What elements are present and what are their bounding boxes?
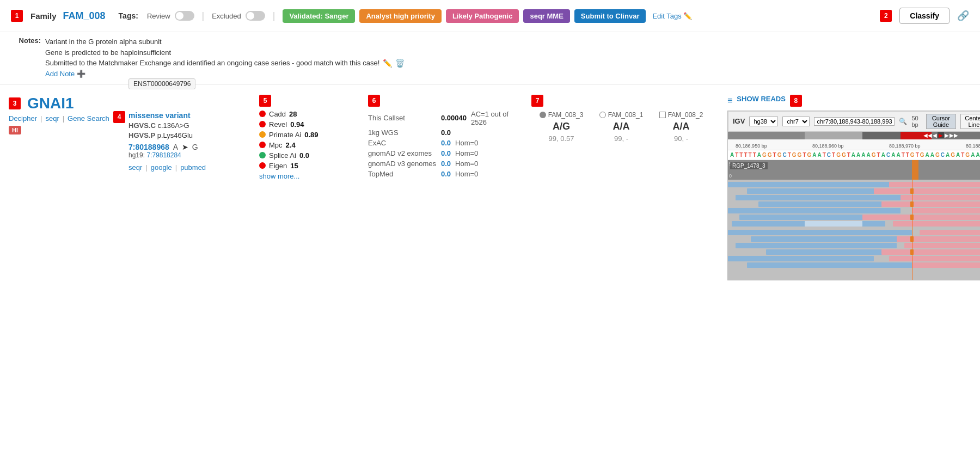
freq-extra-gnomad-v2: Hom=0 [455, 149, 478, 157]
analyst-badge[interactable]: Analyst high priority [359, 9, 441, 23]
hgvsp-value: p.Lys46Glu [157, 131, 193, 139]
excluded-toggle[interactable] [246, 11, 265, 21]
freq-topmed: TopMed 0.0 Hom=0 [368, 170, 520, 178]
edit-tags-link[interactable]: Edit Tags ✏️ [652, 12, 692, 20]
dot-eigen [259, 162, 266, 169]
pubmed-link[interactable]: pubmed [180, 163, 206, 172]
dot-primate [259, 131, 266, 138]
hg19-link[interactable]: 7:79818284 [146, 151, 181, 159]
seqr-mme-badge[interactable]: seqr MME [523, 9, 569, 23]
sample-1-stats: 99, - [591, 134, 651, 143]
review-label: Review [147, 12, 170, 20]
gene-search-link[interactable]: Gene Search [68, 114, 109, 123]
val-eigen: 15 [290, 162, 298, 170]
seqr-gene-link[interactable]: seqr [45, 114, 59, 123]
freq-label-exac: ExAC [368, 139, 439, 147]
igv-tracks-area: RGP_1478_3 50 0 [728, 160, 980, 280]
badge-5: 5 [259, 95, 271, 107]
freq-exac: ExAC 0.0 Hom=0 [368, 139, 520, 147]
note-edit-icon[interactable]: ✏️ [383, 59, 392, 68]
position-link[interactable]: 7:80188968 [128, 143, 169, 151]
notes-section: Notes: Variant in the G protein alpha su… [0, 32, 980, 80]
seqr-var-link[interactable]: seqr [128, 163, 142, 172]
badge-6: 6 [368, 95, 380, 107]
divider-2: | [273, 10, 275, 22]
label-splice: Splice Ai [269, 151, 296, 160]
sample-3-stats: 99, 0.57 [531, 134, 591, 143]
sample-2-stats: 90, - [651, 134, 711, 143]
notes-label: Notes: [11, 36, 41, 45]
variant-marker [912, 160, 918, 180]
variant-line [912, 180, 913, 280]
score-mpc: Mpc 2.4 [259, 141, 357, 149]
igv-zoom-label: 50 bp [911, 115, 921, 128]
score-cadd: Cadd 28 [259, 110, 357, 118]
freq-extra-callset: AC=1 out of 2526 [471, 110, 520, 126]
score-eigen: Eigen 15 [259, 162, 357, 170]
freq-link-gnomad-v3[interactable]: 0.0 [441, 160, 451, 168]
igv-label: IGV [733, 117, 745, 125]
igv-chr-select[interactable]: chr7 [782, 117, 810, 126]
badge-7: 7 [531, 95, 543, 107]
freq-extra-exac: Hom=0 [455, 139, 478, 147]
igv-genome-select[interactable]: hg38 [749, 117, 778, 126]
show-more-link[interactable]: show more... [259, 172, 357, 180]
badge-2: 2 [880, 10, 892, 22]
sample-1-name: FAM_008_1 [608, 111, 644, 119]
freq-link-gnomad-v2[interactable]: 0.0 [441, 149, 451, 157]
missense-link[interactable]: missense variant [128, 111, 191, 120]
igv-ruler: 80,186,950 bp 80,188,960 bp 80,188,970 b… [728, 139, 980, 150]
likely-pathogenic-badge[interactable]: Likely Pathogenic [446, 9, 519, 23]
classify-button[interactable]: Classify [899, 8, 950, 24]
hg19-row: hg19: 7:79818284 [128, 151, 248, 159]
sample-2-name: FAM_008_2 [668, 111, 703, 119]
score-splice: Splice Ai 0.0 [259, 151, 357, 160]
label-revel: Revel [269, 120, 287, 129]
dot-splice [259, 152, 266, 158]
cursor-guide-btn[interactable]: Cursor Guide [926, 114, 956, 129]
alt-allele: G [192, 143, 198, 151]
transcript-badge[interactable]: ENST00000649796 [128, 78, 195, 89]
val-splice: 0.0 [299, 151, 309, 160]
freq-extra-gnomad-v3: Hom=0 [455, 160, 478, 168]
igv-track-label: RGP_1478_3 [730, 161, 768, 169]
gene-name: GNAI1 [27, 95, 74, 112]
label-mpc: Mpc [269, 141, 283, 149]
link-icon[interactable]: 🔗 [957, 10, 969, 22]
family-id: FAM_008 [63, 10, 106, 22]
validated-badge[interactable]: Validated: Sanger [283, 9, 355, 23]
submit-clinvar-badge[interactable]: Submit to Clinvar [574, 9, 646, 23]
val-revel: 0.94 [290, 120, 304, 129]
sample-3-name: FAM_008_3 [548, 111, 584, 119]
top-bar: 1 Family FAM_008 Tags: Review | Excluded… [0, 0, 980, 32]
val-mpc: 2.4 [286, 141, 296, 149]
note-line-3: Submitted to the Matchmaker Exchange and… [45, 58, 379, 69]
freq-gnomad-v2: gnomAD v2 exomes 0.0 Hom=0 [368, 149, 520, 157]
freq-link-topmed[interactable]: 0.0 [441, 170, 451, 178]
center-line-btn[interactable]: Center Line [960, 114, 980, 129]
badge-4: 4 [113, 111, 125, 123]
igv-position-input[interactable] [814, 117, 895, 126]
sample-fam008-2: FAM_008_2 A/A 90, - [651, 111, 711, 143]
ruler-pos-1: 80,186,950 bp [736, 143, 767, 149]
ruler-pos-3: 80,188,970 bp [889, 143, 921, 149]
freq-link-exac[interactable]: 0.0 [441, 139, 451, 147]
hi-badge: HI [9, 126, 21, 134]
sample-1-icon [599, 112, 606, 118]
add-note-link[interactable]: Add Note ➕ [45, 70, 969, 78]
review-toggle[interactable] [175, 11, 194, 21]
freq-label-gnomad-v2: gnomAD v2 exomes [368, 149, 439, 157]
sample-fam008-1: FAM_008_1 A/A 99, - [591, 111, 651, 143]
google-link[interactable]: google [151, 163, 172, 172]
badge-3: 3 [9, 97, 21, 109]
freq-val-1kg: 0.0 [441, 129, 451, 137]
scores-section: 5 Cadd 28 Revel 0.94 Primate Ai 0.89 Mpc… [259, 95, 357, 180]
show-reads-button[interactable]: SHOW READS [737, 95, 786, 103]
reads-area [728, 180, 980, 280]
edit-tags-label: Edit Tags [652, 12, 681, 20]
divider-1: | [202, 10, 205, 22]
gene-links: Decipher | seqr | Gene Search [9, 114, 118, 123]
note-delete-icon[interactable]: 🗑️ [395, 59, 405, 68]
decipher-link[interactable]: Decipher [9, 114, 37, 123]
gene-sep-2: | [63, 114, 64, 123]
